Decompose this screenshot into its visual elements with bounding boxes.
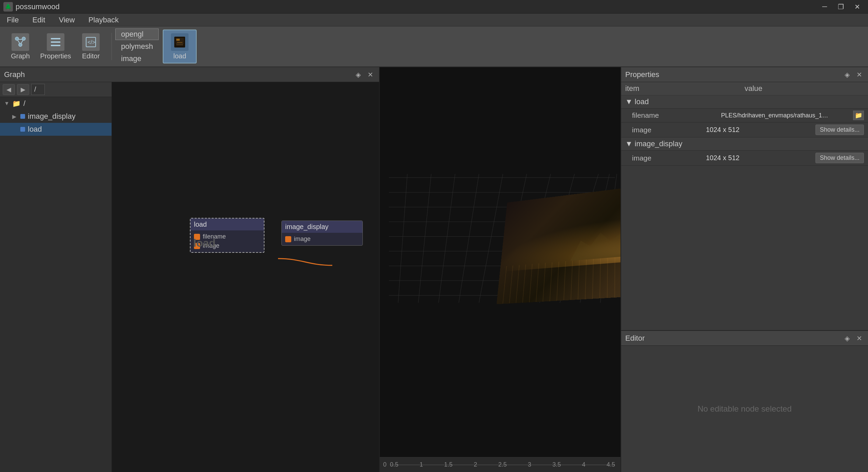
toolbar: Graph Properties </> Editor opengl polym… [0, 26, 868, 67]
graph-pin-button[interactable]: ◈ [353, 70, 363, 79]
folder-icon: 📁 [12, 99, 21, 108]
svg-line-28 [459, 174, 479, 303]
tree-item-load[interactable]: load [0, 123, 112, 136]
viewport-canvas[interactable] [380, 67, 620, 472]
props-section-expand-image-display: ▼ [625, 139, 633, 148]
editor-title: Editor [625, 334, 840, 343]
graph-node-load[interactable]: load filename image load [190, 218, 264, 253]
svg-line-4 [18, 40, 20, 43]
props-file-browse-button[interactable]: 📁 [853, 111, 864, 120]
node-header-image-display: image_display [282, 221, 362, 233]
svg-text:</>: </> [87, 39, 95, 45]
viewport-panel[interactable]: 0 0.5 1 1.5 2 2.5 3 3.5 4 4.5 [380, 67, 620, 472]
props-value-image-display-image: 1024 x 512 [706, 154, 813, 162]
toolbar-graph-button[interactable]: Graph [3, 30, 37, 63]
tab-image[interactable]: image [115, 53, 159, 64]
graph-panel: Graph ◈ ✕ ◀ ▶ / ▼ 📁 / ▶ image_display [0, 67, 380, 472]
tree-label-image-display: image_display [28, 112, 76, 121]
svg-rect-7 [51, 41, 60, 43]
svg-rect-14 [177, 42, 182, 43]
tree-expand-icon: ▶ [12, 113, 18, 120]
titlebar: 🌲 possumwood ─ ❐ ✕ [0, 0, 868, 14]
props-section-image-display[interactable]: ▼ image_display [621, 137, 868, 151]
editor-pin-button[interactable]: ◈ [842, 334, 852, 343]
properties-table: item value ▼ load filename PLES/hdrihave… [621, 82, 868, 330]
menu-view[interactable]: View [52, 14, 81, 26]
svg-rect-15 [176, 43, 183, 45]
graph-node-image-display[interactable]: image_display image [281, 221, 363, 246]
properties-title: Properties [625, 70, 840, 79]
props-value-load-image: 1024 x 512 [706, 126, 813, 134]
svg-rect-8 [51, 45, 60, 46]
graph-panel-titlebar: Graph ◈ ✕ [0, 67, 379, 82]
timeline-bar: 0 0.5 1 1.5 2 2.5 3 3.5 4 4.5 [380, 457, 620, 472]
node-body-image-display: image [282, 233, 362, 245]
svg-rect-6 [51, 38, 60, 39]
tree-item-image-display[interactable]: ▶ image_display [0, 110, 112, 123]
menu-playback[interactable]: Playback [82, 14, 125, 26]
tick-4: 4 [582, 461, 586, 468]
graph-close-button[interactable]: ✕ [366, 70, 375, 79]
tree-root-label: / [23, 99, 25, 108]
tick-15: 1.5 [444, 461, 453, 468]
properties-close-button[interactable]: ✕ [854, 70, 864, 79]
tick-35: 3.5 [552, 461, 561, 468]
props-key-filename: filename [632, 111, 718, 119]
nav-forward-button[interactable]: ▶ [17, 84, 29, 95]
svg-line-25 [398, 174, 407, 303]
tree-root[interactable]: ▼ 📁 / [0, 97, 112, 110]
editor-titlebar: Editor ◈ ✕ [621, 331, 868, 346]
svg-line-27 [438, 174, 455, 303]
properties-panel: Properties ◈ ✕ item value ▼ load filenam… [620, 67, 868, 330]
image-display-port: image [285, 235, 359, 243]
menu-edit[interactable]: Edit [25, 14, 52, 26]
app-icon: 🌲 [3, 2, 13, 12]
tree-label-load: load [28, 125, 42, 134]
nav-back-button[interactable]: ◀ [3, 84, 15, 95]
close-button[interactable]: ✕ [850, 2, 865, 12]
minimize-button[interactable]: ─ [817, 2, 832, 12]
props-show-details-load[interactable]: Show details... [815, 125, 864, 135]
properties-titlebar: Properties ◈ ✕ [621, 67, 868, 82]
svg-line-5 [21, 40, 23, 43]
menubar: File Edit View Playback [0, 14, 868, 26]
toolbar-editor-button[interactable]: </> Editor [74, 30, 108, 63]
props-section-expand-load: ▼ [625, 97, 633, 106]
tree-expand-icon: ▼ [4, 100, 9, 107]
restore-button[interactable]: ❐ [833, 2, 848, 12]
props-section-label-image-display: image_display [635, 139, 683, 148]
nav-path: / [31, 84, 45, 95]
editor-placeholder: No editable node selected [697, 404, 792, 414]
node-bg-label-load: load [193, 237, 216, 249]
props-section-load[interactable]: ▼ load [621, 95, 868, 109]
editor-close-button[interactable]: ✕ [854, 334, 864, 343]
props-key-load-image: image [632, 126, 703, 134]
tab-opengl[interactable]: opengl [115, 29, 159, 40]
load-icon [171, 33, 189, 51]
tick-05: 0.5 [390, 461, 398, 468]
props-section-label-load: load [635, 97, 649, 106]
svg-point-0 [15, 37, 19, 40]
titlebar-controls: ─ ❐ ✕ [817, 2, 865, 12]
props-row-image-display-image: image 1024 x 512 Show details... [621, 151, 868, 166]
props-show-details-image-display[interactable]: Show details... [815, 153, 864, 163]
tick-1: 1 [419, 461, 423, 468]
properties-icon [47, 33, 64, 51]
graph-panel-title: Graph [4, 70, 351, 79]
tab-polymesh[interactable]: polymesh [115, 41, 159, 52]
props-col-item: item [625, 84, 745, 93]
app-title: possumwood [16, 2, 60, 11]
toolbar-properties-button[interactable]: Properties [39, 30, 73, 63]
props-row-load-image: image 1024 x 512 Show details... [621, 122, 868, 137]
properties-header: item value [621, 82, 868, 95]
node-dot-image-display [20, 114, 25, 119]
graph-connection-svg [112, 82, 379, 472]
menu-file[interactable]: File [0, 14, 25, 26]
properties-pin-button[interactable]: ◈ [842, 70, 852, 79]
toolbar-load-button[interactable]: load [163, 30, 197, 63]
editor-button-label: Editor [82, 52, 100, 60]
content-area: Graph ◈ ✕ ◀ ▶ / ▼ 📁 / ▶ image_display [0, 67, 868, 472]
svg-line-26 [418, 174, 431, 303]
image-display-port-label: image [294, 235, 311, 243]
graph-canvas[interactable]: load filename image load image_display [112, 82, 379, 472]
